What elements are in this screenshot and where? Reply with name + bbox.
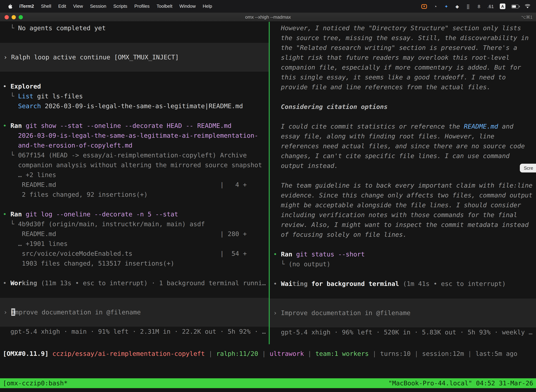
omx-status-segment: cczip/essay/ai-reimplementation-copyleft — [48, 350, 205, 357]
menu-item-session[interactable]: Session — [86, 0, 110, 13]
utility-app-icon[interactable]: ◆ — [455, 4, 460, 9]
terminal-line: • Waiting for background terminal (1m 41… — [270, 279, 536, 289]
text-segment: king — [22, 279, 37, 287]
terminal-line: Considering citation options — [270, 102, 536, 112]
screen-recording-indicator-icon[interactable] — [421, 4, 427, 9]
terminal-line: gpt-5.4 xhigh · 96% left · 520K in · 5.8… — [270, 327, 536, 337]
apple-menu-icon[interactable] — [5, 4, 16, 9]
text-segment: • — [3, 279, 10, 287]
keyboard-maestro-icon[interactable]: 8 — [477, 4, 482, 9]
terminal-line: However, I noticed the "Directory Struct… — [270, 23, 536, 33]
terminal-line: references need actual files, and since … — [270, 141, 536, 151]
prompt-input-box[interactable]: › Ralph loop active continue [OMX_TMUX_I… — [0, 43, 269, 72]
window-title-bar[interactable]: omx --xhigh --madmax ⌥⌘1 — [0, 13, 536, 22]
omx-status-segment: ultrawork — [270, 350, 304, 357]
text-segment: git status --short — [292, 250, 365, 258]
terminal-line: of focusing solely on file lines. — [270, 230, 536, 240]
menu-item-iterm2[interactable]: iTerm2 — [16, 0, 38, 13]
terminal-line: └ No agents completed yet — [0, 23, 269, 33]
tmux-status-bar: [omx-cczip0:bash* "MacBook-Pro-44.local"… — [0, 378, 536, 388]
text-segment: • — [273, 280, 281, 287]
terminal-line: output instead. — [270, 161, 536, 171]
omx-status-segment: | — [304, 350, 315, 357]
text-segment: slight risk that future readers may over… — [273, 54, 510, 61]
raycast-icon[interactable]: ✦ — [444, 4, 449, 9]
menu-item-scripts[interactable]: Scripts — [110, 0, 131, 13]
text-segment: including verification notes with those … — [273, 211, 517, 219]
menu-item-edit[interactable]: Edit — [55, 0, 70, 13]
omx-status-segment: | — [369, 350, 380, 357]
wifi-icon[interactable] — [525, 4, 530, 9]
window-shortcut-badge: ⌥⌘1 — [521, 14, 532, 19]
text-segment: • — [3, 210, 10, 218]
prompt-input-box[interactable]: › Improve documentation in @filename — [270, 299, 536, 327]
menu-item-window[interactable]: Window — [176, 0, 199, 13]
omx-status-segment: team:1 workers — [315, 350, 368, 357]
menu-item-profiles[interactable]: Profiles — [131, 0, 153, 13]
terminal-line: └ (no output) — [270, 259, 536, 269]
terminal-line: review. Also, I might want to inspect th… — [270, 220, 536, 230]
menu-item-shell[interactable]: Shell — [38, 0, 55, 13]
terminal-line: I could cite commit statistics or refere… — [270, 121, 536, 131]
text-segment: might be acceptable alongside the file l… — [273, 201, 521, 209]
app-grid-icon[interactable]: ⣿ — [466, 4, 471, 9]
terminal-line: README.md | 280 + — [0, 229, 269, 239]
text-segment: Explored — [10, 83, 41, 90]
text-segment: git ls-files — [33, 92, 83, 100]
tmux-session-label: [omx-cczip0:bash* — [3, 378, 67, 388]
terminal-line: The team guideline is to back every impo… — [270, 181, 536, 190]
text-segment: references need actual files, and since … — [273, 142, 525, 150]
left-terminal-pane[interactable]: └ No agents completed yet› Ralph loop ac… — [0, 23, 269, 350]
battery-icon[interactable] — [511, 5, 519, 8]
terminal-window: └ No agents completed yet› Ralph loop ac… — [0, 22, 536, 392]
omx-status-segment: last:5m ago — [475, 350, 517, 357]
menu-item-toolbelt[interactable]: Toolbelt — [153, 0, 176, 13]
text-segment: this single essay, it seems like a good … — [273, 73, 506, 81]
screen-share-overlay-tab[interactable]: Scre — [520, 164, 536, 173]
omx-status-segment: | — [205, 350, 216, 357]
text-segment: Wai — [281, 280, 292, 287]
text-segment: 2026-03-09-is-legal-the-same-as-legitima… — [3, 132, 258, 139]
text-segment: … +1901 lines — [3, 240, 67, 247]
text-segment: › Ralph loop active continue [OMX_TMUX_I… — [4, 53, 179, 61]
text-segment: I could cite commit statistics or refere… — [273, 123, 464, 130]
tmux-host-clock: "MacBook-Pro-44.local" 04:52 31-Mar-26 — [388, 378, 533, 388]
text-segment — [3, 102, 18, 110]
text-segment: companion analysis without altering the … — [3, 161, 262, 169]
menu-item-view[interactable]: View — [70, 0, 86, 13]
text-segment: The team guideline is to back every impo… — [273, 182, 532, 189]
blank-line — [270, 112, 536, 121]
input-source-icon[interactable]: A — [500, 4, 505, 9]
text-segment: review. Also, I might want to inspect th… — [273, 221, 529, 228]
text-segment: … +2 lines — [3, 171, 56, 178]
prompt-input-box[interactable]: › Improve documentation in @filename — [0, 298, 269, 327]
text-segment: • — [3, 83, 10, 90]
blank-line — [270, 240, 536, 249]
text-segment: companion file, especially if more comme… — [273, 64, 521, 71]
terminal-line: … +1901 lines — [0, 239, 269, 249]
text-segment: gpt-5.4 xhigh · main · 91% left · 2.31M … — [3, 328, 266, 335]
text-segment: No agents completed yet — [18, 24, 106, 32]
menu-bar: iTerm2ShellEditViewSessionScriptsProfile… — [0, 0, 536, 13]
blank-line — [0, 268, 269, 278]
text-segment: and — [498, 123, 513, 130]
terminal-line: • Ran git show --stat --oneline --decora… — [0, 121, 269, 131]
omx-status-segment: [OMX#0.11.9] — [3, 350, 48, 357]
terminal-line: the "Related research writing" section i… — [270, 43, 536, 53]
terminal-line: this single essay, it seems like a good … — [270, 72, 536, 82]
terminal-line: provide file and line references from th… — [270, 82, 536, 92]
text-segment: 1903 files changed, 513517 insertions(+) — [3, 260, 174, 267]
stats-menu-icon[interactable]: ◔ — [433, 4, 438, 9]
text-segment: for background terminal — [308, 280, 399, 287]
text-segment: gpt-5.4 xhigh · 96% left · 520K in · 5.8… — [273, 328, 532, 336]
right-terminal-pane[interactable]: However, I noticed the "Directory Struct… — [270, 23, 536, 350]
terminal-line: evidence. Since this change only affects… — [270, 190, 536, 200]
menu-item-help[interactable]: Help — [199, 0, 216, 13]
battery-percentage-icon[interactable]: .61 — [488, 4, 494, 9]
blank-line — [270, 289, 536, 299]
text-segment: git log --oneline --decorate -n 5 --stat — [22, 210, 178, 218]
desktop-screen: iTerm2ShellEditViewSessionScriptsProfile… — [0, 0, 536, 392]
text-segment: 2 files changed, 92 insertions(+) — [3, 191, 148, 198]
text-segment: mprove documentation in @filename — [15, 308, 141, 316]
text-segment: └ (no output) — [273, 260, 330, 268]
